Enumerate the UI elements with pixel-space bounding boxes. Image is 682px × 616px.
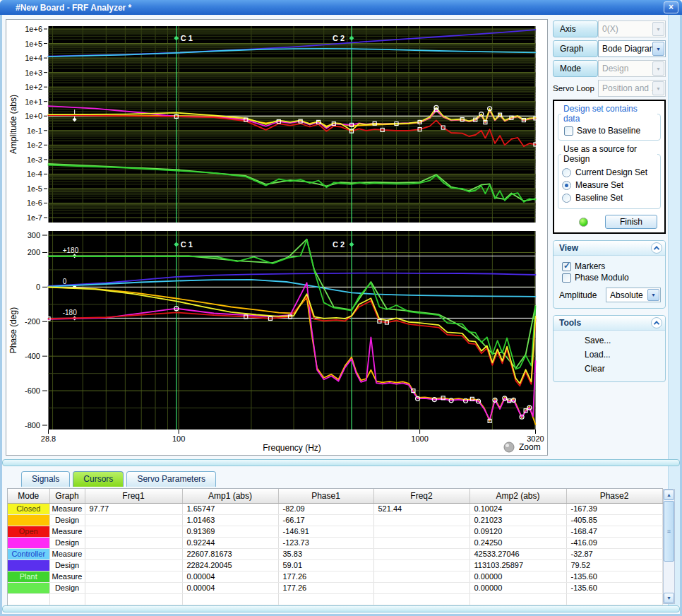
table-cell: 42533.27046 xyxy=(469,548,566,559)
radio-baseline-set[interactable]: Baseline Set xyxy=(562,193,657,203)
column-header[interactable]: Amp2 (abs) xyxy=(469,489,566,503)
axis-dropdown[interactable]: 0(X) ▼ xyxy=(598,20,666,37)
table-cell: -135.60 xyxy=(566,582,662,593)
zoom-sphere-icon[interactable] xyxy=(504,442,514,452)
table-scrollbar[interactable]: ▲ ≡ ▼ xyxy=(663,489,675,604)
mode-swatch-cell xyxy=(8,514,49,526)
column-header[interactable]: Freq1 xyxy=(85,489,182,503)
amplitude-label: Amplitude xyxy=(559,290,606,300)
chevron-down-icon[interactable]: ▼ xyxy=(652,81,664,95)
mode-label-button[interactable]: Mode xyxy=(553,60,598,77)
table-cell: 1.65747 xyxy=(182,503,278,514)
chevron-down-icon[interactable]: ▼ xyxy=(647,289,659,301)
table-cell: 0.00004 xyxy=(182,582,278,593)
phase-modulo-checkbox[interactable] xyxy=(562,273,571,283)
tools-load-item[interactable]: Load... xyxy=(554,348,665,362)
graph-dropdown[interactable]: Bode Diagram ▼ xyxy=(598,40,666,57)
mode-swatch-cell xyxy=(8,537,49,548)
collapse-chevron-icon[interactable] xyxy=(651,317,662,328)
svg-text:0: 0 xyxy=(36,283,40,291)
finish-button[interactable]: Finish xyxy=(605,215,657,229)
bottom-tabs: Signals Cursors Servo Parameters xyxy=(21,471,216,487)
servo-loop-row: Servo Loop Position and ... ▼ xyxy=(553,80,666,97)
mode-dropdown[interactable]: Design ▼ xyxy=(598,60,666,77)
phase-modulo-row[interactable]: Phase Modulo xyxy=(562,273,661,283)
markers-label: Markers xyxy=(575,261,605,271)
chevron-down-icon[interactable]: ▼ xyxy=(652,61,664,76)
view-expander-header[interactable]: View xyxy=(554,241,665,256)
scroll-down-icon[interactable]: ▼ xyxy=(664,593,674,603)
tools-title: Tools xyxy=(559,318,581,328)
column-header[interactable]: Graph xyxy=(49,489,85,503)
svg-text:-800: -800 xyxy=(25,421,40,430)
column-header[interactable]: Mode xyxy=(8,489,49,503)
svg-text:1e+1: 1e+1 xyxy=(25,97,42,106)
table-row[interactable]: OpenMeasure0.91369-146.910.09120-168.47 xyxy=(8,526,662,537)
scrollbar-thumb[interactable]: ≡ xyxy=(664,501,674,562)
svg-text:C 2: C 2 xyxy=(333,34,345,42)
save-to-baseline-checkbox[interactable] xyxy=(564,126,573,136)
title-bar[interactable]: #New Board - FRF Analyzer * × xyxy=(0,0,682,15)
bode-chart-panel[interactable]: +1800-180C 1C 1C 2C 21e+61e+51e+41e+31e+… xyxy=(6,19,548,456)
axis-value: 0(X) xyxy=(602,24,618,34)
table-cell: Design xyxy=(49,559,85,571)
tools-save-item[interactable]: Save... xyxy=(554,333,665,348)
svg-text:1e-3: 1e-3 xyxy=(27,155,42,164)
table-cell xyxy=(85,571,182,582)
design-set-group: Design set contains data Save to Baselin… xyxy=(558,104,661,141)
svg-text:200: 200 xyxy=(28,248,40,256)
table-cell xyxy=(373,559,469,571)
column-header[interactable]: Amp1 (abs) xyxy=(182,489,278,503)
table-header-row: ModeGraphFreq1Amp1 (abs)Phase1Freq2Amp2 … xyxy=(8,489,662,503)
graph-value: Bode Diagram xyxy=(602,44,657,54)
collapse-chevron-icon[interactable] xyxy=(651,242,662,254)
chevron-down-icon[interactable]: ▼ xyxy=(652,22,664,36)
radio-current-design-set[interactable]: Current Design Set xyxy=(562,167,657,177)
axis-label-button[interactable]: Axis xyxy=(553,20,598,37)
cursors-table: ModeGraphFreq1Amp1 (abs)Phase1Freq2Amp2 … xyxy=(7,488,663,606)
column-header[interactable]: Freq2 xyxy=(373,489,469,503)
bode-charts-svg[interactable]: +1800-180C 1C 1C 2C 21e+61e+51e+41e+31e+… xyxy=(6,20,547,455)
chevron-down-icon[interactable]: ▼ xyxy=(652,42,664,56)
table-row[interactable]: PlantMeasure0.00004177.260.00000-135.60 xyxy=(8,571,662,582)
table-row[interactable]: Design1.01463-66.170.21023-405.85 xyxy=(8,514,662,526)
column-header[interactable]: Phase1 xyxy=(278,489,373,503)
servo-loop-dropdown[interactable]: Position and ... ▼ xyxy=(598,80,666,97)
svg-text:1e+3: 1e+3 xyxy=(25,69,42,77)
scroll-up-icon[interactable]: ▲ xyxy=(664,490,674,500)
status-led-icon xyxy=(579,218,588,227)
window-bottom-bar xyxy=(2,605,680,612)
svg-text:-200: -200 xyxy=(25,317,40,326)
table-cell: 0.09120 xyxy=(469,526,566,537)
tab-servo-parameters[interactable]: Servo Parameters xyxy=(126,471,216,487)
table-row[interactable]: Design22824.2004559.01113103.2589779.52 xyxy=(8,559,662,571)
graph-label-button[interactable]: Graph xyxy=(553,40,598,57)
table-row[interactable]: ControllerMeasure22607.8167335.8342533.2… xyxy=(8,548,662,559)
view-expander-body: Markers Phase Modulo Amplitude Absolute … xyxy=(554,256,665,308)
markers-row[interactable]: Markers xyxy=(562,261,661,271)
close-button[interactable]: × xyxy=(664,1,678,13)
radio-icon[interactable] xyxy=(562,168,571,177)
radio-icon[interactable] xyxy=(562,194,571,203)
table-row-empty xyxy=(8,593,662,605)
table-cell xyxy=(85,559,182,571)
svg-text:1e+0: 1e+0 xyxy=(25,112,42,120)
radio-icon[interactable] xyxy=(562,181,571,190)
tools-clear-item[interactable]: Clear xyxy=(554,362,665,376)
radio-measure-set[interactable]: Measure Set xyxy=(562,180,657,190)
markers-checkbox[interactable] xyxy=(562,262,571,271)
save-to-baseline-row[interactable]: Save to Baseline xyxy=(564,126,657,136)
table-row[interactable]: Design0.00004177.260.00000-135.60 xyxy=(8,582,662,593)
table-row[interactable]: Design0.92244-123.730.24250-416.09 xyxy=(8,537,662,548)
table-cell xyxy=(85,526,182,537)
finish-row: Finish xyxy=(556,213,662,230)
table-cell xyxy=(182,593,278,605)
column-header[interactable]: Phase2 xyxy=(566,489,662,503)
table-row[interactable]: ClosedMeasure97.771.65747-82.09521.440.1… xyxy=(8,503,662,514)
amplitude-dropdown[interactable]: Absolute ▼ xyxy=(606,288,661,302)
table-cell: -32.87 xyxy=(566,548,662,559)
tab-signals[interactable]: Signals xyxy=(21,471,70,487)
tools-expander-header[interactable]: Tools xyxy=(554,316,665,331)
tab-cursors[interactable]: Cursors xyxy=(73,471,124,487)
horizontal-splitter[interactable] xyxy=(2,459,680,466)
